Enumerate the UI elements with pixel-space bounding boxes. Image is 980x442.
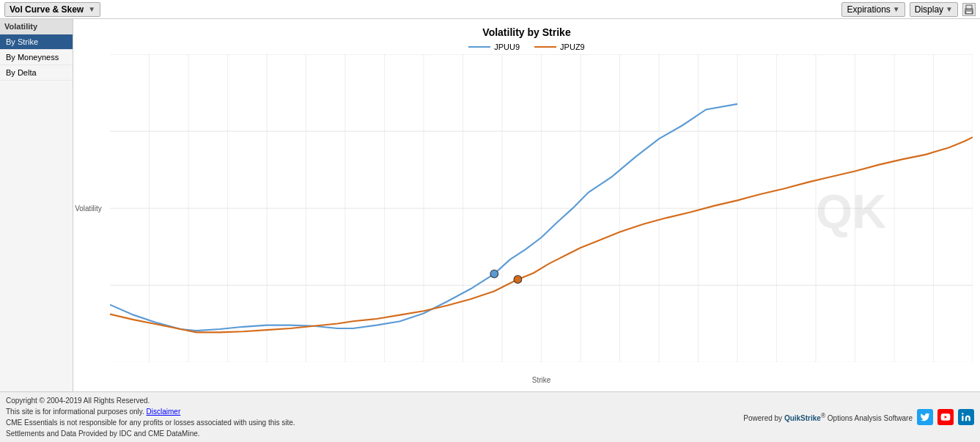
jpuz9-datapoint bbox=[514, 276, 522, 284]
sidebar-item-by-moneyness[interactable]: By Moneyness bbox=[0, 50, 73, 65]
chart-container: Volatility bbox=[110, 54, 973, 362]
svg-rect-3 bbox=[967, 12, 971, 13]
chart-legend: JPUU9 JPUZ9 bbox=[81, 43, 973, 51]
footer-line2: This site is for informational purposes … bbox=[6, 406, 295, 417]
footer-right: Powered by QuikStrike® Options Analysis … bbox=[743, 409, 974, 425]
print-button[interactable] bbox=[962, 3, 976, 16]
display-dropdown[interactable]: Display ▼ bbox=[910, 2, 958, 17]
title-dropdown-arrow[interactable]: ▼ bbox=[88, 5, 95, 13]
chart-title: Volatility by Strike bbox=[81, 26, 973, 38]
disclaimer-link[interactable]: Disclaimer bbox=[147, 408, 181, 416]
legend-jpuz9: JPUZ9 bbox=[534, 43, 585, 51]
svg-point-59 bbox=[962, 413, 963, 414]
quikstrike-brand: QuikStrike bbox=[784, 414, 821, 422]
linkedin-icon[interactable] bbox=[958, 409, 974, 425]
twitter-icon[interactable] bbox=[917, 409, 933, 425]
sidebar-section-volatility: Volatility bbox=[0, 19, 73, 34]
footer-powered-by: Powered by QuikStrike® Options Analysis … bbox=[743, 412, 913, 422]
display-chevron: ▼ bbox=[946, 5, 953, 13]
display-label: Display bbox=[915, 4, 943, 15]
legend-label-jpuz9: JPUZ9 bbox=[560, 43, 585, 51]
svg-text:QK: QK bbox=[816, 185, 886, 238]
footer: Copyright © 2004-2019 All Rights Reserve… bbox=[0, 391, 980, 442]
footer-info-text: This site is for informational purposes … bbox=[6, 408, 144, 416]
sidebar-item-by-strike[interactable]: By Strike bbox=[0, 34, 73, 50]
legend-line-jpuu9 bbox=[468, 46, 490, 48]
legend-line-jpuz9 bbox=[534, 46, 556, 48]
footer-copyright: Copyright © 2004-2019 All Rights Reserve… bbox=[6, 395, 295, 406]
header-bar: Vol Curve & Skew ▼ Expirations ▼ Display… bbox=[0, 0, 980, 19]
header-title-text: Vol Curve & Skew bbox=[10, 4, 84, 15]
vol-curve-skew-title: Vol Curve & Skew ▼ bbox=[4, 2, 100, 17]
sidebar-item-by-delta[interactable]: By Delta bbox=[0, 65, 73, 81]
y-axis-label: Volatility bbox=[75, 205, 102, 213]
header-left: Vol Curve & Skew ▼ bbox=[4, 2, 100, 17]
chart-svg: 6.00 8.00 10.00 12.00 14.00 QK 0.00460 0… bbox=[110, 54, 973, 362]
expirations-label: Expirations bbox=[847, 4, 890, 15]
legend-label-jpuu9: JPUU9 bbox=[494, 43, 520, 51]
expirations-dropdown[interactable]: Expirations ▼ bbox=[841, 2, 905, 17]
youtube-icon[interactable] bbox=[937, 409, 954, 425]
x-axis-label: Strike bbox=[110, 376, 973, 384]
chart-area: Volatility by Strike JPUU9 JPUZ9 Volatil… bbox=[73, 19, 980, 391]
legend-jpuu9: JPUU9 bbox=[468, 43, 520, 51]
expirations-chevron: ▼ bbox=[893, 5, 900, 13]
main-content: Volatility By Strike By Moneyness By Del… bbox=[0, 19, 980, 391]
sidebar: Volatility By Strike By Moneyness By Del… bbox=[0, 19, 73, 391]
header-right: Expirations ▼ Display ▼ bbox=[841, 2, 976, 17]
footer-line4: Settlements and Data Provided by IDC and… bbox=[6, 428, 295, 439]
footer-line3: CME Essentials is not responsible for an… bbox=[6, 417, 295, 428]
jpuu9-datapoint bbox=[490, 270, 498, 278]
footer-left: Copyright © 2004-2019 All Rights Reserve… bbox=[6, 395, 295, 439]
